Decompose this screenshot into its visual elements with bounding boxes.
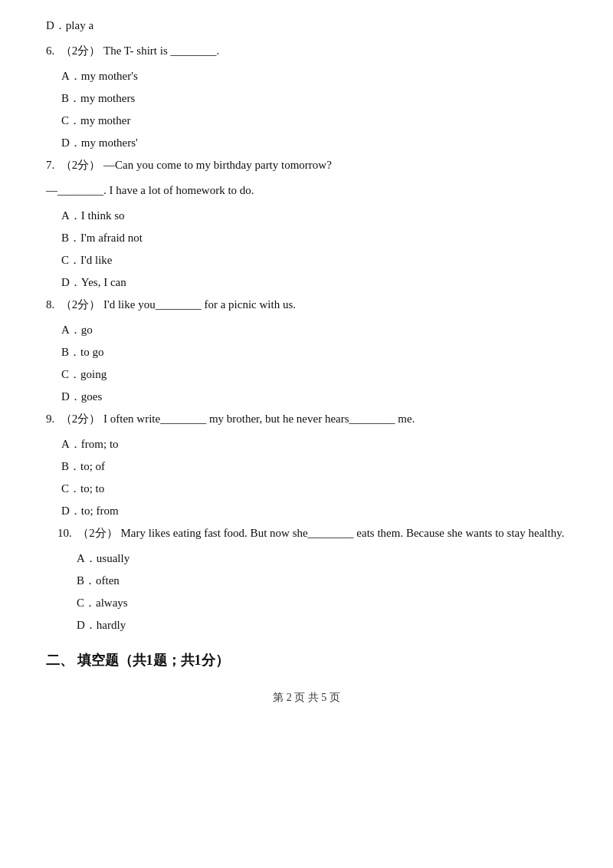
question-9-text: 9. （2分） I often write________ my brother… <box>46 409 567 429</box>
question-8-option-b: B．to go <box>61 342 567 363</box>
question-6-text: 6. （2分） The T- shirt is ________. <box>46 41 567 61</box>
question-10-text: 10. （2分） Mary likes eating fast food. Bu… <box>46 523 567 544</box>
question-6-option-a: A．my mother's <box>61 66 567 87</box>
question-10-option-d: D．hardly <box>77 615 567 636</box>
section-2-title: 二、 填空题（共1题；共1分） <box>46 648 567 672</box>
question-7-option-b: B．I'm afraid not <box>61 228 567 248</box>
question-6-option-d: D．my mothers' <box>61 133 567 153</box>
question-9-option-d: D．to; from <box>61 501 567 521</box>
question-9-option-a: A．from; to <box>61 434 567 455</box>
question-10: 10. （2分） Mary likes eating fast food. Bu… <box>46 523 567 636</box>
question-7-option-a: A．I think so <box>61 205 567 226</box>
question-6-option-b: B．my mothers <box>61 88 567 109</box>
question-10-option-a: A．usually <box>77 548 567 569</box>
question-7-text: 7. （2分） —Can you come to my birthday par… <box>46 155 567 176</box>
page-footer: 第 2 页 共 5 页 <box>46 688 567 707</box>
question-8-option-d: D．goes <box>61 386 567 407</box>
question-6-option-c: C．my mother <box>61 110 567 131</box>
question-9-option-c: C．to; to <box>61 478 567 499</box>
question-9-option-b: B．to; of <box>61 456 567 477</box>
question-10-option-b: B．often <box>77 570 567 591</box>
question-7: 7. （2分） —Can you come to my birthday par… <box>46 155 567 293</box>
question-10-option-c: C．always <box>77 593 567 613</box>
question-7-option-c: C．I'd like <box>61 250 567 271</box>
question-9: 9. （2分） I often write________ my brother… <box>46 409 567 521</box>
question-8-option-a: A．go <box>61 320 567 340</box>
question-8: 8. （2分） I'd like you________ for a picni… <box>46 294 567 407</box>
option-d-playa: D．play a <box>46 15 567 36</box>
question-8-text: 8. （2分） I'd like you________ for a picni… <box>46 294 567 315</box>
question-6: 6. （2分） The T- shirt is ________. A．my m… <box>46 41 567 153</box>
question-7-option-d: D．Yes, I can <box>61 272 567 293</box>
question-8-option-c: C．going <box>61 364 567 385</box>
question-7-text2: —________. I have a lot of homework to d… <box>46 180 567 201</box>
